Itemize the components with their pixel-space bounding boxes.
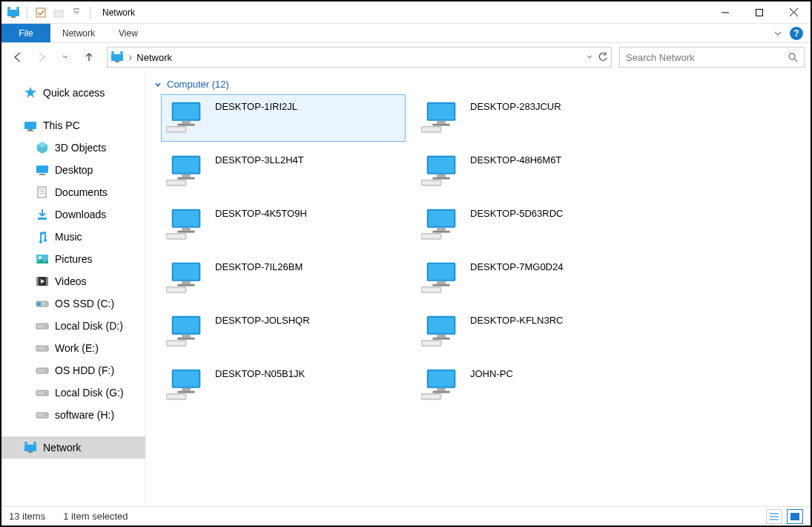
qat-dropdown-icon[interactable] [69, 5, 84, 20]
sidebar-item-label: OS SSD (C:) [55, 298, 114, 310]
computer-label: DESKTOP-283JCUR [470, 99, 561, 112]
drive-icon [36, 319, 49, 333]
computer-item[interactable]: DESKTOP-1IRI2JL [161, 94, 406, 142]
sidebar-item-videos[interactable]: Videos [1, 270, 145, 292]
computer-grid: DESKTOP-1IRI2JLDESKTOP-283JCURDESKTOP-3L… [152, 94, 811, 409]
drive-icon [36, 386, 49, 399]
computer-label: DESKTOP-7MG0D24 [470, 260, 563, 272]
computer-label: DESKTOP-KFLN3RC [470, 313, 563, 326]
sidebar-item-software-h-[interactable]: software (H:) [1, 404, 145, 426]
computer-label: DESKTOP-1IRI2JL [215, 99, 297, 112]
sidebar-item-label: Local Disk (D:) [55, 320, 123, 332]
up-button[interactable] [79, 47, 99, 68]
computer-item[interactable]: DESKTOP-7IL26BM [161, 255, 406, 302]
new-folder-icon[interactable] [51, 5, 66, 20]
computer-item[interactable]: DESKTOP-4K5TO9H [161, 201, 406, 249]
file-tab[interactable]: File [1, 24, 50, 42]
search-icon [788, 52, 798, 62]
status-item-count: 13 items [9, 511, 45, 522]
address-bar[interactable]: › Network [107, 47, 612, 68]
network-icon [24, 441, 37, 454]
computer-item[interactable]: DESKTOP-283JCUR [416, 94, 661, 142]
computer-item[interactable]: DESKTOP-KFLN3RC [416, 308, 661, 356]
computer-item[interactable]: JOHN-PC [416, 361, 661, 409]
computer-label: DESKTOP-4K5TO9H [215, 206, 307, 219]
status-bar: 13 items 1 item selected [1, 506, 811, 526]
computer-item[interactable]: DESKTOP-N05B1JK [161, 361, 406, 409]
sidebar-item-label: Music [55, 231, 82, 243]
sidebar-item-desktop[interactable]: Desktop [1, 159, 145, 181]
search-input[interactable]: Search Network [619, 47, 805, 68]
videos-icon [36, 275, 49, 288]
computer-icon [421, 153, 461, 189]
recent-locations-button[interactable] [55, 47, 76, 68]
sidebar-item-label: 3D Objects [55, 142, 106, 154]
desktop-icon [36, 163, 49, 177]
computer-icon [421, 206, 461, 242]
help-icon[interactable]: ? [790, 27, 803, 40]
group-header-computer[interactable]: Computer (12) [152, 77, 811, 94]
documents-icon [36, 186, 49, 199]
minimize-button[interactable] [708, 1, 742, 24]
computer-icon [166, 313, 206, 349]
sidebar-item-downloads[interactable]: Downloads [1, 203, 145, 226]
sidebar-item-label: Videos [55, 275, 87, 287]
sidebar-item-os-ssd-c-[interactable]: OS SSD (C:) [1, 292, 145, 315]
computer-label: DESKTOP-JOLSHQR [215, 313, 310, 326]
sidebar-item-local-disk-d-[interactable]: Local Disk (D:) [1, 315, 145, 337]
network-icon [6, 5, 21, 20]
sidebar-item-pictures[interactable]: Pictures [1, 248, 145, 270]
sidebar-item-3d-objects[interactable]: 3D Objects [1, 137, 145, 159]
computer-label: DESKTOP-N05B1JK [215, 367, 305, 379]
svg-line-38 [794, 59, 797, 62]
quick-access-toolbar: Network [1, 5, 135, 20]
sidebar-item-documents[interactable]: Documents [1, 181, 145, 203]
status-selection: 1 item selected [63, 511, 128, 522]
svg-point-37 [789, 53, 795, 59]
sidebar-item-label: Network [43, 442, 81, 454]
drive-icon [36, 364, 49, 377]
sidebar-item-music[interactable]: Music [1, 226, 145, 248]
maximize-button[interactable] [742, 1, 776, 24]
computer-item[interactable]: DESKTOP-JOLSHQR [161, 308, 406, 356]
sidebar-item-label: Documents [55, 186, 108, 198]
sidebar-item-os-hdd-f-[interactable]: OS HDD (F:) [1, 359, 145, 382]
drive-icon [36, 297, 49, 310]
group-label: Computer (12) [167, 79, 229, 90]
computer-item[interactable]: DESKTOP-5D63RDC [416, 201, 661, 249]
details-view-button[interactable] [766, 509, 782, 524]
title-bar: Network [1, 1, 811, 24]
navigation-pane: Quick access This PC 3D ObjectsDesktopDo… [1, 71, 146, 506]
ribbon-expand-icon[interactable] [773, 29, 782, 38]
close-button[interactable] [776, 1, 811, 24]
computer-item[interactable]: DESKTOP-48H6M6T [416, 148, 661, 195]
sidebar-item-label: Local Disk (G:) [55, 387, 124, 399]
sidebar-item-local-disk-g-[interactable]: Local Disk (G:) [1, 382, 145, 404]
address-dropdown-icon[interactable] [586, 53, 593, 61]
computer-item[interactable]: DESKTOP-3LL2H4T [161, 148, 406, 195]
sidebar-item-work-e-[interactable]: Work (E:) [1, 337, 145, 359]
computer-label: DESKTOP-5D63RDC [470, 206, 563, 219]
computer-icon [166, 260, 206, 295]
sidebar-item-network[interactable]: Network [1, 436, 145, 459]
computer-icon [421, 313, 461, 349]
sidebar-item-this-pc[interactable]: This PC [1, 114, 145, 137]
breadcrumb[interactable]: Network [136, 52, 581, 63]
svg-rect-30 [36, 8, 45, 17]
drive-icon [36, 408, 49, 422]
sidebar-item-quick-access[interactable]: Quick access [1, 82, 145, 104]
ribbon-tab-view[interactable]: View [107, 24, 150, 42]
large-icons-view-button[interactable] [787, 509, 803, 524]
sidebar-item-label: software (H:) [55, 409, 114, 421]
refresh-icon[interactable] [598, 52, 608, 62]
ribbon-tab-network[interactable]: Network [50, 24, 107, 42]
properties-icon[interactable] [33, 5, 48, 20]
computer-icon [421, 260, 461, 295]
separator [27, 6, 27, 19]
downloads-icon [36, 208, 49, 221]
computer-item[interactable]: DESKTOP-7MG0D24 [416, 255, 661, 302]
star-icon [24, 86, 37, 99]
back-button[interactable] [7, 47, 28, 68]
forward-button[interactable] [31, 47, 52, 68]
sidebar-item-label: Downloads [55, 209, 106, 220]
